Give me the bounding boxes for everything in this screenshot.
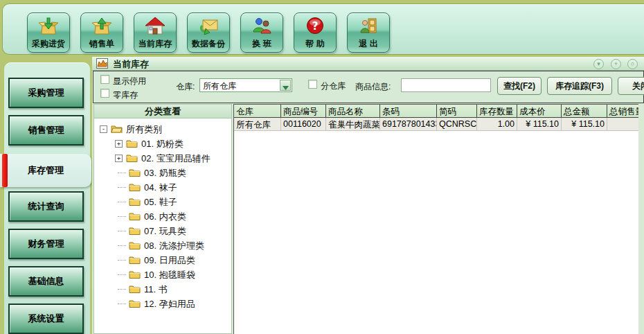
exit-label: 退 出 xyxy=(359,38,377,50)
warehouse-label: 仓库: xyxy=(176,81,195,93)
data-backup-button[interactable]: 数据备份 xyxy=(187,12,230,53)
category-tree: - 所有类别 + 01. 奶粉类 + xyxy=(94,118,231,311)
tree-connector xyxy=(118,289,126,290)
cell-stock-qty: 1.00 xyxy=(477,118,517,131)
tree-item[interactable]: 08. 洗涤护理类 xyxy=(94,238,231,253)
split-warehouse-label: 分仓库 xyxy=(321,80,346,92)
tree-connector xyxy=(118,274,126,275)
category-tree-panel: 分类查看 - 所有类别 + 01. 奶粉类 xyxy=(93,104,232,334)
envelope-backup-icon xyxy=(198,15,219,38)
expand-box-icon[interactable]: + xyxy=(115,140,123,148)
tree-item[interactable]: 04. 袜子 xyxy=(94,180,231,195)
filter-bar: 显示停用 零库存 仓库: 所有仓库 分仓库 商品信息: 查找(F2) 库存追踪(… xyxy=(93,71,644,103)
tree-item[interactable]: 07. 玩具类 xyxy=(94,224,231,238)
help-label: 帮 助 xyxy=(305,38,324,50)
col-barcode[interactable]: 条码 xyxy=(380,105,437,118)
window-move-icon[interactable]: + xyxy=(611,59,621,69)
cell-warehouse: 所有仓库 xyxy=(234,118,281,131)
tree-item-label: 03. 奶瓶类 xyxy=(144,167,186,179)
tree-connector xyxy=(118,187,126,188)
folder-icon xyxy=(129,284,141,295)
tree-item-label: 12. 孕妇用品 xyxy=(144,298,195,310)
tree-item-label: 11. 书 xyxy=(144,283,168,296)
folder-icon xyxy=(126,153,138,164)
window-restore-icon[interactable]: ○ xyxy=(627,59,638,69)
tree-item[interactable]: 05. 鞋子 xyxy=(94,195,231,209)
split-warehouse-checkbox[interactable] xyxy=(308,80,317,89)
folder-icon xyxy=(129,240,141,252)
col-cost-price[interactable]: 成本价 xyxy=(517,105,562,118)
tree-item-label: 01. 奶粉类 xyxy=(141,138,184,150)
col-product-id[interactable]: 商品编号 xyxy=(281,105,326,118)
tree-connector xyxy=(118,202,126,202)
shift-change-button[interactable]: 换 班 xyxy=(240,12,283,53)
exit-button[interactable]: 退 出 xyxy=(347,12,390,53)
close-button[interactable]: 关闭( xyxy=(618,77,644,95)
window-collapse-icon[interactable]: ▾ xyxy=(593,59,604,69)
sidebar-item-finance-mgmt[interactable]: 财务管理 xyxy=(8,229,84,259)
sidebar-item-statistics-query[interactable]: 统计查询 xyxy=(8,191,84,222)
chevron-down-icon[interactable] xyxy=(280,80,291,91)
zero-stock-checkbox[interactable] xyxy=(100,89,109,98)
sidebar-item-basic-info[interactable]: 基础信息 xyxy=(8,266,84,297)
tree-connector xyxy=(118,231,126,231)
folder-icon xyxy=(129,226,141,237)
sales-order-label: 销售单 xyxy=(89,38,114,50)
selected-red-bar xyxy=(2,154,8,187)
tree-item-label: 09. 日用品类 xyxy=(144,254,195,267)
find-button[interactable]: 查找(F2) xyxy=(497,77,542,95)
tree-root-label: 所有类别 xyxy=(126,123,162,136)
cell-barcode: 6917878014333 xyxy=(380,118,437,131)
col-short-code[interactable]: 简码 xyxy=(437,105,477,118)
tree-root-all-categories[interactable]: - 所有类别 xyxy=(94,122,231,137)
inventory-track-button[interactable]: 库存追踪(F3) xyxy=(547,77,612,95)
current-inventory-label: 当前库存 xyxy=(138,38,172,50)
folder-icon xyxy=(129,168,141,179)
table-row[interactable]: 所有仓库 00116020 雀巢牛肉蔬菜 6917878014333 QCNRS… xyxy=(234,118,638,131)
sidebar-item-inventory-mgmt[interactable]: 库存管理 xyxy=(0,154,91,187)
show-disabled-checkbox[interactable] xyxy=(100,75,109,84)
folder-icon xyxy=(126,139,138,150)
tree-item[interactable]: 10. 抱毯睡袋 xyxy=(94,267,231,282)
product-info-input[interactable] xyxy=(401,78,491,92)
col-total-amount[interactable]: 总金额 xyxy=(562,105,607,118)
col-warehouse[interactable]: 仓库 xyxy=(234,105,281,118)
collapse-box-icon[interactable]: - xyxy=(100,125,107,133)
cell-product-name: 雀巢牛肉蔬菜 xyxy=(326,118,380,131)
tree-item[interactable]: 11. 书 xyxy=(94,282,231,297)
tree-item[interactable]: 12. 孕妇用品 xyxy=(94,297,231,311)
sidebar-item-system-settings[interactable]: 系统设置 xyxy=(8,304,84,334)
sidebar-item-sales-mgmt[interactable]: 销售管理 xyxy=(8,115,84,146)
col-total-sales[interactable]: 总销售量 xyxy=(607,105,638,118)
warehouse-select[interactable]: 所有仓库 xyxy=(199,78,292,92)
tree-item[interactable]: 09. 日用品类 xyxy=(94,253,231,267)
folder-icon xyxy=(129,197,141,208)
sidebar-item-purchase-mgmt[interactable]: 采购管理 xyxy=(8,78,84,108)
sales-box-up-arrow-icon xyxy=(91,15,112,38)
col-stock-qty[interactable]: 库存数量 xyxy=(477,105,517,118)
tree-item[interactable]: 03. 奶瓶类 xyxy=(94,166,231,180)
expand-box-icon[interactable]: + xyxy=(115,155,123,162)
folder-icon xyxy=(129,182,141,193)
current-inventory-panel: 当前库存 ▾ + ○ 显示停用 零库存 仓库: 所有仓库 分仓库 商品信息: 查… xyxy=(92,57,644,334)
shift-people-icon xyxy=(251,15,272,38)
current-inventory-button[interactable]: 当前库存 xyxy=(134,12,177,53)
purchase-goods-button[interactable]: 采购进货 xyxy=(27,12,70,53)
tree-header: 分类查看 xyxy=(94,105,231,118)
sidebar-item-inventory-label: 库存管理 xyxy=(28,164,64,177)
help-button[interactable]: ? 帮 助 xyxy=(294,12,337,53)
col-product-name[interactable]: 商品名称 xyxy=(326,105,380,118)
tree-connector xyxy=(118,260,126,261)
tree-item[interactable]: 06. 内衣类 xyxy=(94,209,231,224)
tree-item-label: 08. 洗涤护理类 xyxy=(144,240,204,252)
cell-cost-price: ¥ 115.10 xyxy=(517,118,562,131)
folder-icon xyxy=(129,255,141,266)
cell-total-amount: ¥ 115.10 xyxy=(562,118,607,131)
tree-item[interactable]: + 02. 宝宝用品辅件 xyxy=(94,151,231,166)
tree-item[interactable]: + 01. 奶粉类 xyxy=(94,137,231,151)
inventory-table: 仓库 商品编号 商品名称 条码 简码 库存数量 成本价 总金额 总销售量 所有仓… xyxy=(233,104,638,334)
table-header-row: 仓库 商品编号 商品名称 条码 简码 库存数量 成本价 总金额 总销售量 xyxy=(234,105,638,118)
sales-order-button[interactable]: 销售单 xyxy=(80,12,123,53)
svg-text:?: ? xyxy=(312,20,319,33)
zero-stock-label: 零库存 xyxy=(113,89,138,101)
